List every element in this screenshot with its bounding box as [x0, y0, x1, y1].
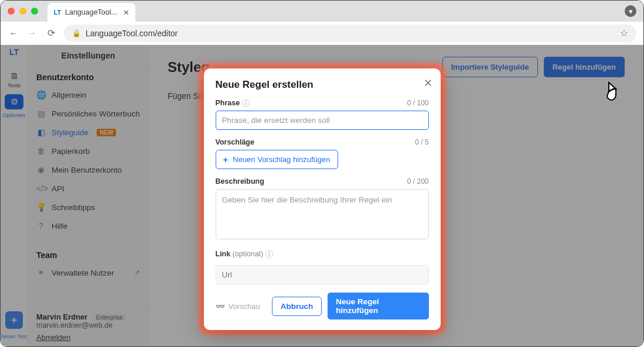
create-rule-modal: ✕ Neue Regel erstellen Phrase i 0 / 100 …	[204, 68, 441, 330]
reload-icon[interactable]: ⟳	[45, 28, 57, 39]
phrase-counter: 0 / 100	[407, 99, 429, 107]
suggestions-counter: 0 / 5	[415, 138, 428, 146]
link-label: Link (optional)	[216, 250, 263, 258]
browser-tab[interactable]: LT LanguageTool... ✕	[47, 3, 135, 22]
close-tab-icon[interactable]: ✕	[123, 8, 130, 17]
info-icon[interactable]: i	[265, 250, 273, 258]
bookmark-star-icon[interactable]: ☆	[620, 28, 628, 39]
description-label: Beschreibung	[216, 177, 264, 185]
info-icon[interactable]: i	[242, 99, 250, 107]
browser-tabbar: LT LanguageTool... ✕ ▾	[1, 1, 643, 22]
forward-icon: →	[26, 28, 38, 39]
minimize-window-icon[interactable]	[19, 8, 26, 15]
suggestions-label: Vorschläge	[216, 138, 254, 146]
traffic-lights	[8, 8, 38, 15]
modal-title: Neue Regel erstellen	[216, 79, 429, 91]
description-counter: 0 / 200	[407, 177, 429, 185]
preview-label: Vorschau	[229, 302, 260, 311]
browser-menu-icon[interactable]: ▾	[625, 5, 636, 17]
add-suggestion-button[interactable]: + Neuen Vorschlag hinzufügen	[216, 150, 338, 169]
cancel-button[interactable]: Abbruch	[272, 297, 322, 316]
create-rule-button[interactable]: Neue Regel hinzufügen	[328, 293, 428, 319]
tab-title: LanguageTool...	[65, 8, 117, 16]
url-text: LanguageTool.com/editor	[86, 29, 615, 38]
plus-icon: +	[223, 154, 229, 164]
close-modal-icon[interactable]: ✕	[424, 77, 432, 90]
modal-overlay[interactable]: ✕ Neue Regel erstellen Phrase i 0 / 100 …	[1, 45, 643, 347]
add-suggestion-label: Neuen Vorschlag hinzufügen	[233, 155, 330, 164]
description-textarea[interactable]	[216, 189, 429, 239]
maximize-window-icon[interactable]	[31, 8, 38, 15]
glasses-icon: 👓	[216, 302, 225, 311]
address-bar[interactable]: 🔒 LanguageTool.com/editor ☆	[64, 25, 636, 42]
preview-toggle[interactable]: 👓 Vorschau	[216, 302, 260, 311]
favicon-icon: LT	[53, 8, 62, 16]
phrase-input[interactable]	[216, 111, 429, 130]
link-input[interactable]	[216, 265, 429, 284]
close-window-icon[interactable]	[8, 8, 15, 15]
lock-icon: 🔒	[72, 29, 81, 37]
back-icon[interactable]: ←	[8, 28, 19, 39]
phrase-label: Phrase	[216, 99, 240, 107]
browser-urlbar: ← → ⟳ 🔒 LanguageTool.com/editor ☆	[1, 22, 643, 45]
